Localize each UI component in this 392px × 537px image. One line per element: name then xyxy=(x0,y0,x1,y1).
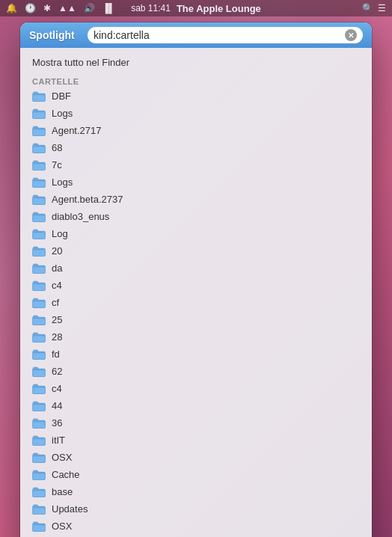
battery-icon: ▐▌ xyxy=(102,3,115,13)
folder-icon xyxy=(32,332,46,343)
menubar-time: sab 11:41 xyxy=(131,3,171,13)
folder-name: base xyxy=(52,486,73,497)
folder-name: c4 xyxy=(52,383,62,394)
folder-icon xyxy=(32,366,46,377)
folder-result-item[interactable]: Logs xyxy=(20,174,372,191)
menu-icon[interactable]: ☰ xyxy=(378,3,386,13)
folder-result-item[interactable]: da xyxy=(20,260,372,277)
folder-list: DBF Logs Agent.2717 68 7c Logs Agent.bet… xyxy=(20,88,372,537)
folder-result-item[interactable]: Agent.2717 xyxy=(20,122,372,139)
folder-icon xyxy=(32,521,46,532)
spotlight-icon[interactable]: 🔍 xyxy=(362,3,373,13)
folder-name: 62 xyxy=(52,366,62,377)
folder-icon xyxy=(32,452,46,463)
folder-icon xyxy=(32,194,46,205)
volume-icon: 🔊 xyxy=(84,3,95,13)
folder-result-item[interactable]: 25 xyxy=(20,311,372,328)
folder-name: 7c xyxy=(52,159,62,171)
folder-name: Logs xyxy=(52,108,73,119)
folder-result-item[interactable]: c4 xyxy=(20,380,372,397)
folder-name: diablo3_enus xyxy=(52,211,109,222)
folder-name: DBF xyxy=(52,90,71,102)
folder-result-item[interactable]: 44 xyxy=(20,397,372,414)
folder-icon xyxy=(32,143,46,153)
folder-icon xyxy=(32,108,46,119)
folder-name: Agent.2717 xyxy=(52,125,102,136)
folder-result-item[interactable]: OSX xyxy=(20,518,372,535)
folder-name: 25 xyxy=(52,314,62,325)
folder-name: itIT xyxy=(52,435,65,446)
wifi-icon: ▲▲ xyxy=(58,3,76,13)
folder-result-item[interactable]: Cache xyxy=(20,466,372,483)
folder-result-item[interactable]: diablo3_enus xyxy=(20,208,372,225)
folder-name: 44 xyxy=(52,400,62,411)
folder-icon xyxy=(32,298,46,308)
folder-icon xyxy=(32,384,46,394)
folder-icon xyxy=(32,246,46,257)
folder-result-item[interactable]: fd xyxy=(20,346,372,363)
folder-result-item[interactable]: 7c xyxy=(20,156,372,174)
folder-name: Cache xyxy=(52,469,80,480)
folder-name: Log xyxy=(52,228,68,239)
spotlight-results: Mostra tutto nel Finder Cartelle DBF Log… xyxy=(20,48,372,537)
folder-result-item[interactable]: Log xyxy=(20,225,372,242)
folder-name: da xyxy=(52,263,62,274)
bluetooth-icon: ✱ xyxy=(43,3,51,13)
folder-name: Agent.beta.2737 xyxy=(52,194,123,205)
folder-name: Updates xyxy=(52,503,88,515)
spotlight-overlay: Spotlight ✕ Mostra tutto nel Finder Cart… xyxy=(20,22,372,537)
folder-name: c4 xyxy=(52,280,62,291)
folder-icon xyxy=(32,212,46,222)
notification-icon: 🔔 xyxy=(6,3,17,13)
folder-icon xyxy=(32,263,46,274)
folder-icon xyxy=(32,401,46,411)
folder-icon xyxy=(32,315,46,325)
folder-result-item[interactable]: Updates xyxy=(20,500,372,518)
folder-name: 20 xyxy=(52,245,62,257)
folder-name: cf xyxy=(52,297,59,308)
folder-result-item[interactable]: 28 xyxy=(20,328,372,346)
spotlight-search-input[interactable] xyxy=(94,29,342,41)
menubar-center: sab 11:41 The Apple Lounge xyxy=(131,3,261,14)
folder-result-item[interactable]: cf xyxy=(20,294,372,311)
folder-icon xyxy=(32,280,46,291)
folder-icon xyxy=(32,126,46,136)
clock-icon: 🕐 xyxy=(25,3,36,13)
folder-result-item[interactable]: 62 xyxy=(20,363,372,380)
folder-name: Logs xyxy=(52,177,73,188)
folder-icon xyxy=(32,229,46,239)
folder-result-item[interactable]: Agent.beta.2737 xyxy=(20,191,372,208)
folder-icon xyxy=(32,435,46,446)
section-label-cartelle: Cartelle xyxy=(20,74,372,88)
folder-result-item[interactable]: 68 xyxy=(20,139,372,156)
folder-icon xyxy=(32,349,46,360)
folder-result-item[interactable]: 36 xyxy=(20,414,372,432)
folder-icon xyxy=(32,418,46,429)
folder-result-item[interactable]: OSX xyxy=(20,449,372,466)
folder-icon xyxy=(32,160,46,171)
folder-result-item[interactable]: c4 xyxy=(20,277,372,294)
folder-icon xyxy=(32,91,46,102)
show-all-in-finder[interactable]: Mostra tutto nel Finder xyxy=(20,51,372,74)
spotlight-title: Spotlight xyxy=(29,29,82,41)
folder-result-item[interactable]: itIT xyxy=(20,432,372,449)
folder-icon xyxy=(32,470,46,480)
folder-name: 28 xyxy=(52,331,62,343)
folder-name: fd xyxy=(52,349,60,360)
folder-name: OSX xyxy=(52,521,72,532)
spotlight-panel: Spotlight ✕ Mostra tutto nel Finder Cart… xyxy=(20,22,372,537)
folder-icon xyxy=(32,177,46,188)
spotlight-clear-button[interactable]: ✕ xyxy=(345,29,357,41)
folder-icon xyxy=(32,487,46,497)
menubar-left: 🔔 🕐 ✱ ▲▲ 🔊 ▐▌ xyxy=(6,3,115,13)
folder-result-item[interactable]: Logs xyxy=(20,105,372,122)
spotlight-header: Spotlight ✕ xyxy=(20,22,372,48)
menubar-right: 🔍 ☰ xyxy=(362,3,386,13)
folder-result-item[interactable]: base xyxy=(20,483,372,500)
folder-name: 36 xyxy=(52,417,62,429)
menubar-appname: The Apple Lounge xyxy=(177,3,261,14)
folder-result-item[interactable]: 20 xyxy=(20,242,372,260)
folder-result-item[interactable]: DBF xyxy=(20,88,372,105)
folder-name: OSX xyxy=(52,452,72,463)
folder-icon xyxy=(32,504,46,515)
